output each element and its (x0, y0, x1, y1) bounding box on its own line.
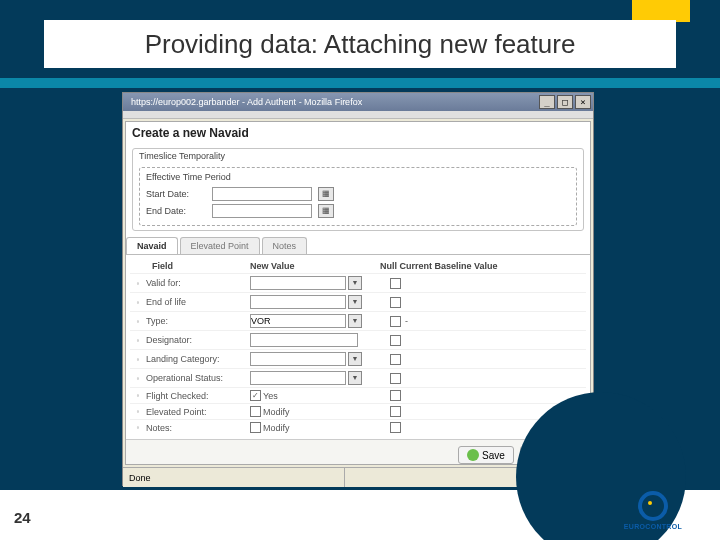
chevron-down-icon[interactable]: ▼ (348, 295, 362, 309)
effective-period-label: Effective Time Period (146, 172, 570, 184)
timeslice-label: Timeslice Temporality (133, 149, 583, 163)
save-label: Save (482, 450, 505, 461)
eurocontrol-logo: EUROCONTROL (624, 491, 682, 530)
end-date-input[interactable] (212, 204, 312, 218)
null-checkbox[interactable] (390, 297, 401, 308)
save-button[interactable]: Save (458, 446, 514, 464)
null-checkbox[interactable] (390, 335, 401, 346)
row-icon: ◦ (130, 391, 146, 400)
field-label: Operational Status: (146, 373, 250, 383)
tab-navaid[interactable]: Navaid (126, 237, 178, 254)
row-icon: ◦ (130, 317, 146, 326)
chevron-down-icon[interactable]: ▼ (348, 371, 362, 385)
chevron-down-icon[interactable]: ▼ (348, 352, 362, 366)
col-null-baseline: Null Current Baseline Value (380, 261, 586, 271)
col-field: Field (130, 261, 250, 271)
form-row: ◦Designator: (130, 330, 586, 349)
null-checkbox[interactable] (390, 316, 401, 327)
maximize-button[interactable]: □ (557, 95, 573, 109)
form-row: ◦Type:▼- (130, 311, 586, 330)
form-row: ◦Valid for:▼ (130, 273, 586, 292)
value-input[interactable] (250, 352, 346, 366)
value-input[interactable] (250, 333, 358, 347)
field-label: Designator: (146, 335, 250, 345)
null-checkbox[interactable] (390, 354, 401, 365)
tab-notes[interactable]: Notes (262, 237, 308, 254)
start-date-label: Start Date: (146, 189, 206, 199)
row-icon: ◦ (130, 298, 146, 307)
calendar-icon[interactable]: ▦ (318, 204, 334, 218)
window-title: https://europ002.garbander - Add Authent… (125, 97, 537, 107)
row-icon: ◦ (130, 423, 146, 432)
value-checkbox[interactable] (250, 422, 261, 433)
timeslice-fieldset: Timeslice Temporality Effective Time Per… (132, 148, 584, 231)
field-label: End of life (146, 297, 250, 307)
field-label: Landing Category: (146, 354, 250, 364)
row-icon: ◦ (130, 355, 146, 364)
field-label: Elevated Point: (146, 407, 250, 417)
null-text: - (405, 316, 408, 326)
form-row: ◦Landing Category:▼ (130, 349, 586, 368)
tab-elevated-point[interactable]: Elevated Point (180, 237, 260, 254)
row-icon: ◦ (130, 279, 146, 288)
check-icon (467, 449, 479, 461)
chevron-down-icon[interactable]: ▼ (348, 314, 362, 328)
value-checkbox[interactable] (250, 406, 261, 417)
page-heading: Create a new Navaid (126, 122, 590, 144)
chevron-down-icon[interactable]: ▼ (348, 276, 362, 290)
row-icon: ◦ (130, 374, 146, 383)
close-button[interactable]: × (575, 95, 591, 109)
form-row: ◦Operational Status:▼ (130, 368, 586, 387)
slide-title: Providing data: Attaching new feature (145, 29, 576, 60)
end-date-label: End Date: (146, 206, 206, 216)
calendar-icon[interactable]: ▦ (318, 187, 334, 201)
row-icon: ◦ (130, 407, 146, 416)
form-row: ◦End of life▼ (130, 292, 586, 311)
minimize-button[interactable]: _ (539, 95, 555, 109)
form-row: ◦Elevated Point:Modify (130, 403, 586, 419)
null-checkbox[interactable] (390, 390, 401, 401)
app-window: https://europ002.garbander - Add Authent… (122, 92, 594, 486)
field-label: Valid for: (146, 278, 250, 288)
value-input[interactable] (250, 314, 346, 328)
value-input[interactable] (250, 371, 346, 385)
value-label: Modify (263, 423, 290, 433)
field-label: Flight Checked: (146, 391, 250, 401)
value-input[interactable] (250, 276, 346, 290)
col-new-value: New Value (250, 261, 380, 271)
null-checkbox[interactable] (390, 406, 401, 417)
page-number: 24 (14, 509, 31, 526)
null-checkbox[interactable] (390, 278, 401, 289)
field-label: Notes: (146, 423, 250, 433)
value-label: Modify (263, 407, 290, 417)
form-row: ◦Notes:Modify (130, 419, 586, 435)
status-text: Done (123, 468, 345, 487)
value-input[interactable] (250, 295, 346, 309)
row-icon: ◦ (130, 336, 146, 345)
null-checkbox[interactable] (390, 422, 401, 433)
null-checkbox[interactable] (390, 373, 401, 384)
start-date-input[interactable] (212, 187, 312, 201)
field-label: Type: (146, 316, 250, 326)
value-checkbox[interactable]: ✓ (250, 390, 261, 401)
effective-period-box: Effective Time Period Start Date: ▦ End … (139, 167, 577, 226)
value-label: Yes (263, 391, 278, 401)
form-row: ◦Flight Checked:✓Yes (130, 387, 586, 403)
